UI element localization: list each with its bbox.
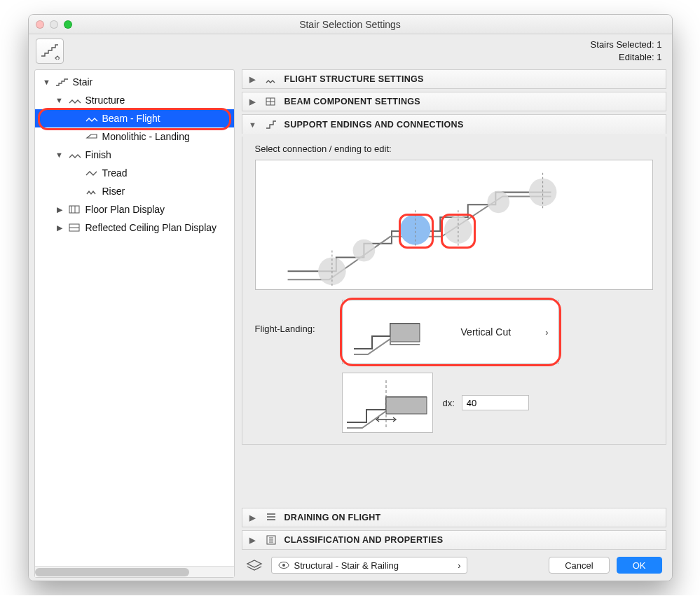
connection-diagram[interactable] (255, 160, 653, 290)
dialog-footer: Structural - Stair & Railing › Cancel OK (242, 553, 666, 575)
chevron-right-icon (248, 75, 258, 84)
disclosure-icon[interactable] (55, 151, 64, 159)
annotation-highlight (399, 214, 434, 249)
annotation-highlight (441, 214, 476, 249)
stair-tool-icon (36, 39, 64, 64)
svg-point-18 (282, 564, 285, 567)
eye-icon (277, 561, 290, 569)
chevron-right-icon (248, 513, 258, 522)
accordion-draining-on-flight[interactable]: DRAINING ON FLIGHT (242, 508, 666, 527)
accordion-title: FLIGHT STRUCTURE SETTINGS (284, 74, 424, 84)
tread-icon (84, 168, 99, 178)
chevron-right-icon (248, 97, 258, 106)
dx-diagram-svg (343, 373, 434, 434)
ceiling-plan-icon (67, 223, 83, 233)
svg-point-4 (352, 240, 375, 262)
structure-icon (67, 95, 83, 105)
beam-icon (84, 113, 99, 123)
window-close-button[interactable] (36, 20, 44, 29)
dx-label: dx: (443, 398, 455, 408)
chevron-right-icon: › (545, 327, 548, 338)
accordion-title: BEAM COMPONENT SETTINGS (284, 97, 420, 106)
scrollbar-thumb[interactable] (35, 568, 189, 576)
flight-landing-selector[interactable]: Vertical Cut › (342, 300, 559, 364)
riser-icon (84, 186, 99, 196)
tree-item-label: Stair (73, 76, 93, 88)
titlebar: Stair Selection Settings (29, 15, 672, 34)
tree-item-label: Monolithic - Landing (102, 131, 190, 142)
settings-panel: FLIGHT STRUCTURE SETTINGS BEAM COMPONENT… (235, 67, 672, 581)
disclosure-icon[interactable] (55, 96, 64, 104)
flight-structure-icon (263, 74, 279, 85)
draining-icon (263, 512, 279, 523)
tree-item-reflected-ceiling-plan-display[interactable]: Reflected Ceiling Plan Display (35, 219, 234, 237)
accordion-support-endings-connections[interactable]: SUPPORT ENDINGS AND CONNECTIONS (242, 114, 666, 134)
stair-icon (40, 43, 60, 60)
layer-icon (245, 559, 264, 571)
selection-status: Stairs Selected: 1 Editable: 1 (591, 39, 662, 63)
tree-item-label: Finish (85, 149, 111, 160)
window-zoom-button[interactable] (64, 20, 72, 29)
svg-rect-0 (69, 206, 79, 213)
tree: Stair Structure Beam - Flight (35, 70, 234, 566)
window-controls (36, 20, 72, 29)
tree-item-label: Structure (85, 95, 125, 106)
flight-landing-label: Flight-Landing: (255, 300, 339, 334)
tree-item-riser[interactable]: Riser (35, 182, 234, 200)
disclosure-icon[interactable] (55, 223, 64, 233)
layer-dropdown[interactable]: Structural - Stair & Railing › (271, 557, 467, 574)
tree-item-tread[interactable]: Tread (35, 164, 234, 182)
tree-item-structure[interactable]: Structure (35, 91, 234, 109)
tree-item-label: Floor Plan Display (85, 204, 165, 215)
ok-button-label: OK (633, 560, 646, 571)
svg-rect-14 (386, 397, 427, 414)
ok-button[interactable]: OK (617, 557, 662, 574)
tree-item-monolithic-landing[interactable]: Monolithic - Landing (35, 127, 234, 146)
settings-dialog: Stair Selection Settings Stairs Selected… (28, 14, 673, 581)
sidebar-horizontal-scrollbar[interactable] (35, 566, 234, 577)
tree-item-label: Beam - Flight (102, 113, 160, 124)
tree-item-label: Tread (102, 167, 128, 179)
editable-label: Editable: 1 (591, 51, 662, 64)
tree-item-floor-plan-display[interactable]: Floor Plan Display (35, 200, 234, 219)
chevron-down-icon (248, 120, 258, 129)
svg-point-7 (487, 191, 509, 214)
layer-value: Structural - Stair & Railing (294, 560, 399, 571)
dialog-header: Stairs Selected: 1 Editable: 1 (29, 34, 672, 67)
dx-diagram (342, 373, 433, 433)
accordion-classification-properties[interactable]: CLASSIFICATION AND PROPERTIES (242, 530, 666, 550)
chevron-right-icon (248, 536, 258, 545)
window-minimize-button[interactable] (50, 20, 58, 29)
accordion-flight-structure-settings[interactable]: FLIGHT STRUCTURE SETTINGS (242, 69, 666, 89)
support-section-body: Select connection / ending to edit: (242, 137, 666, 445)
support-icon (263, 119, 279, 130)
accordion-title: DRAINING ON FLIGHT (284, 513, 381, 522)
stair-icon (55, 77, 70, 87)
window-title: Stair Selection Settings (29, 19, 672, 30)
cancel-button-label: Cancel (565, 560, 593, 571)
classification-icon (263, 534, 279, 546)
disclosure-icon[interactable] (55, 205, 64, 214)
dx-input[interactable] (462, 395, 529, 410)
select-connection-label: Select connection / ending to edit: (255, 144, 653, 154)
flight-landing-thumb-icon (350, 305, 427, 359)
accordion-beam-component-settings[interactable]: BEAM COMPONENT SETTINGS (242, 92, 666, 111)
cancel-button[interactable]: Cancel (549, 557, 609, 574)
accordion-title: SUPPORT ENDINGS AND CONNECTIONS (284, 120, 464, 130)
flight-landing-value: Vertical Cut (461, 326, 512, 338)
tree-item-beam-flight[interactable]: Beam - Flight (35, 109, 234, 127)
tree-item-label: Reflected Ceiling Plan Display (85, 222, 217, 233)
sidebar: Stair Structure Beam - Flight (34, 69, 235, 578)
landing-icon (84, 132, 99, 141)
svg-rect-13 (390, 324, 420, 342)
stairs-selected-label: Stairs Selected: 1 (591, 39, 662, 51)
beam-component-icon (263, 96, 279, 107)
tree-item-finish[interactable]: Finish (35, 146, 234, 164)
finish-icon (67, 150, 83, 160)
disclosure-icon[interactable] (42, 78, 52, 86)
tree-item-label: Riser (102, 186, 125, 197)
floor-plan-icon (67, 205, 83, 214)
accordion-title: CLASSIFICATION AND PROPERTIES (284, 535, 444, 545)
tree-item-stair[interactable]: Stair (35, 73, 234, 91)
chevron-right-icon: › (458, 560, 460, 571)
